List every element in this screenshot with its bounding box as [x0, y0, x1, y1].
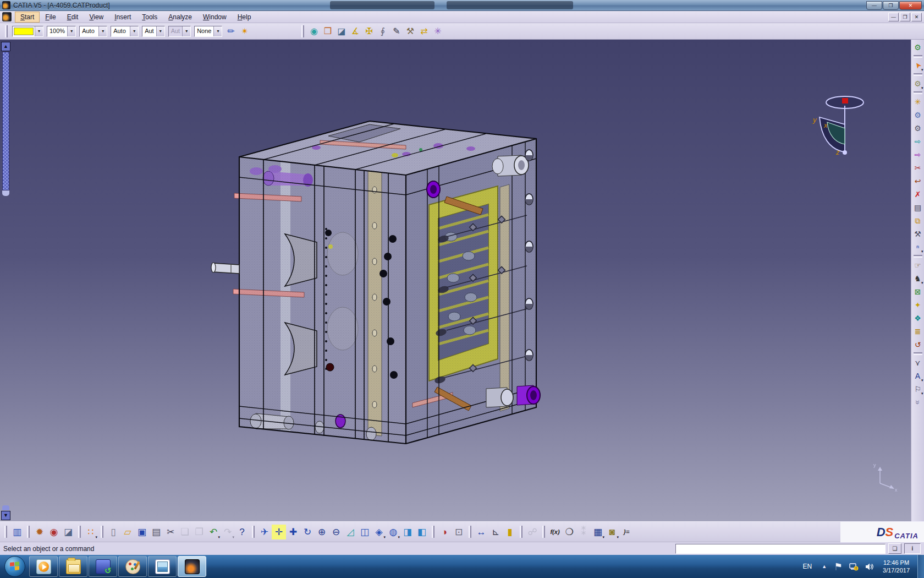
- material-sphere-icon[interactable]: ◉: [47, 525, 61, 539]
- tree-reorder-icon[interactable]: ↩: [912, 175, 924, 188]
- fit-all-in-icon[interactable]: ✛: [272, 525, 286, 539]
- folder-send-icon[interactable]: ⧉: [912, 214, 924, 227]
- chevron-down-icon[interactable]: ▾: [156, 26, 164, 36]
- part-capture-icon[interactable]: ◪: [61, 525, 75, 539]
- new-document-icon[interactable]: ▯: [106, 525, 120, 539]
- anchor-icon[interactable]: ✠: [362, 24, 376, 38]
- catalog-book-icon[interactable]: ❒: [321, 24, 334, 38]
- minimize-button[interactable]: —: [866, 1, 882, 10]
- info-button[interactable]: i: [904, 543, 921, 554]
- toolbar-grip[interactable]: [301, 25, 304, 37]
- snap-grid-icon[interactable]: ∷▾: [84, 525, 98, 539]
- layer-combo[interactable]: None ▾: [194, 26, 222, 37]
- undo-icon[interactable]: ↶▾: [206, 525, 221, 539]
- fly-mode-icon[interactable]: ✈: [257, 525, 272, 539]
- volume-icon[interactable]: [865, 563, 874, 571]
- constraint-count-icon[interactable]: ⁿ▾: [912, 241, 924, 254]
- iso-view-icon[interactable]: ◈▾: [372, 525, 386, 539]
- taskbar-media-player-button[interactable]: [29, 556, 58, 577]
- oring-icon[interactable]: ◑: [437, 525, 452, 539]
- chevron-down-icon[interactable]: ▾: [98, 26, 107, 36]
- knowledge-inspector-icon[interactable]: ⁑: [576, 525, 591, 539]
- zoom-out-icon[interactable]: ⊖: [329, 525, 343, 539]
- equivalent-dimensions-icon[interactable]: }=: [619, 525, 634, 539]
- chevron-down-icon[interactable]: ▾: [67, 26, 75, 36]
- measure-sketch-icon[interactable]: ∡: [348, 24, 362, 38]
- line-type-combo[interactable]: Auto ▾: [79, 26, 107, 37]
- menu-insert[interactable]: Insert: [109, 12, 136, 23]
- more-tools-chevron-icon[interactable]: »: [912, 396, 924, 409]
- document-tools-icon[interactable]: ⚒: [912, 227, 924, 241]
- compass-manipulation-handle[interactable]: [842, 98, 848, 103]
- update-parameters-icon[interactable]: ✳: [912, 95, 924, 108]
- process-document-icon[interactable]: ⚙: [912, 108, 924, 122]
- hide-show-icon[interactable]: ◨: [400, 525, 415, 539]
- catalog-browser-icon[interactable]: ☞: [912, 259, 924, 272]
- tree-scroll-up-button[interactable]: ▲: [1, 42, 10, 51]
- pan-icon[interactable]: ✚: [286, 525, 300, 539]
- child-restore-button[interactable]: ❐: [900, 13, 910, 21]
- whats-this-help-icon[interactable]: ?: [235, 525, 249, 539]
- toolbar-grip[interactable]: [5, 25, 8, 37]
- taskbar-remote-desktop-button[interactable]: [89, 556, 117, 577]
- render-style-icon[interactable]: ◍▾: [386, 525, 400, 539]
- clock[interactable]: 12:46 PM 3/17/2017: [877, 559, 915, 574]
- kinematics-points-icon[interactable]: ✳: [431, 24, 444, 38]
- multi-view-icon[interactable]: ◫: [358, 525, 372, 539]
- 3d-viewport[interactable]: y x z y x ▲ ▼: [0, 40, 911, 521]
- rotate-icon[interactable]: ↻: [300, 525, 315, 539]
- exploded-view-icon[interactable]: ⊡: [452, 525, 466, 539]
- design-table-icon[interactable]: ▦▾: [591, 525, 605, 539]
- maintenance-tools-icon[interactable]: ⚒: [403, 24, 417, 38]
- comment-icon[interactable]: ❍: [562, 525, 576, 539]
- product-structure-icon[interactable]: ❖: [912, 312, 924, 325]
- menu-edit[interactable]: Edit: [62, 12, 84, 23]
- link-icon[interactable]: ☍: [525, 525, 540, 539]
- undo-list-icon[interactable]: ↺: [912, 338, 924, 351]
- menu-analyze[interactable]: Analyze: [163, 12, 197, 23]
- sectioning-icon[interactable]: ⋎: [912, 356, 924, 369]
- measure-between-icon[interactable]: ↔: [474, 525, 488, 539]
- break-link-icon[interactable]: ✂: [912, 161, 924, 175]
- knowledge-icon[interactable]: ♞▾: [912, 272, 924, 285]
- close-button[interactable]: ✕: [899, 1, 922, 10]
- lock-icon[interactable]: ◙▾: [605, 525, 619, 539]
- swap-visible-space-icon[interactable]: ◧: [415, 525, 429, 539]
- chevron-down-icon[interactable]: ▾: [35, 26, 43, 36]
- render-type-combo[interactable]: Aut ▾: [168, 26, 191, 37]
- menu-help[interactable]: Help: [232, 12, 257, 23]
- taskbar-paint-button[interactable]: [118, 556, 147, 577]
- line-weight-combo[interactable]: Auto ▾: [111, 26, 139, 37]
- view-mode-icon[interactable]: ◉: [307, 24, 321, 38]
- cut-icon[interactable]: ✂: [163, 525, 178, 539]
- menu-file[interactable]: File: [40, 12, 61, 23]
- menu-tools[interactable]: Tools: [136, 12, 163, 23]
- start-button[interactable]: [4, 556, 25, 577]
- attach-icon[interactable]: ∮: [376, 24, 389, 38]
- mold-assembly-model[interactable]: [211, 121, 540, 444]
- painter-icon[interactable]: ✏: [224, 24, 238, 38]
- hide-show-bulb-icon[interactable]: ✗: [912, 188, 924, 201]
- title-block-frame-icon[interactable]: ▤: [912, 201, 924, 214]
- tray-expand-icon[interactable]: ▲: [817, 564, 831, 569]
- snapshot-icon[interactable]: ◪: [334, 24, 348, 38]
- wizard-icon[interactable]: ✴: [238, 24, 251, 38]
- view-compass[interactable]: y x z: [812, 96, 864, 156]
- chevron-down-icon[interactable]: ▾: [213, 26, 222, 36]
- select-arrow-icon[interactable]: ➤▾: [912, 59, 924, 72]
- web-star-icon[interactable]: ✹: [32, 525, 47, 539]
- language-indicator[interactable]: EN: [797, 563, 817, 570]
- graph-tree-icon[interactable]: ≣: [912, 325, 924, 338]
- print-icon[interactable]: ▤: [149, 525, 163, 539]
- export-document-icon[interactable]: ⇨: [912, 148, 924, 161]
- point-type-combo[interactable]: Aut ▾: [142, 26, 165, 37]
- action-center-flag-icon[interactable]: [834, 563, 843, 571]
- measure-item-icon[interactable]: ⊾: [488, 525, 503, 539]
- menu-view[interactable]: View: [84, 12, 109, 23]
- menu-window[interactable]: Window: [197, 12, 232, 23]
- workbench-book-icon[interactable]: ▥: [10, 525, 24, 539]
- power-input-field[interactable]: [675, 544, 886, 554]
- chevron-down-icon[interactable]: ▾: [130, 26, 138, 36]
- expand-dialog-button[interactable]: ❏: [888, 543, 901, 554]
- taskbar-explorer-button[interactable]: [59, 556, 87, 577]
